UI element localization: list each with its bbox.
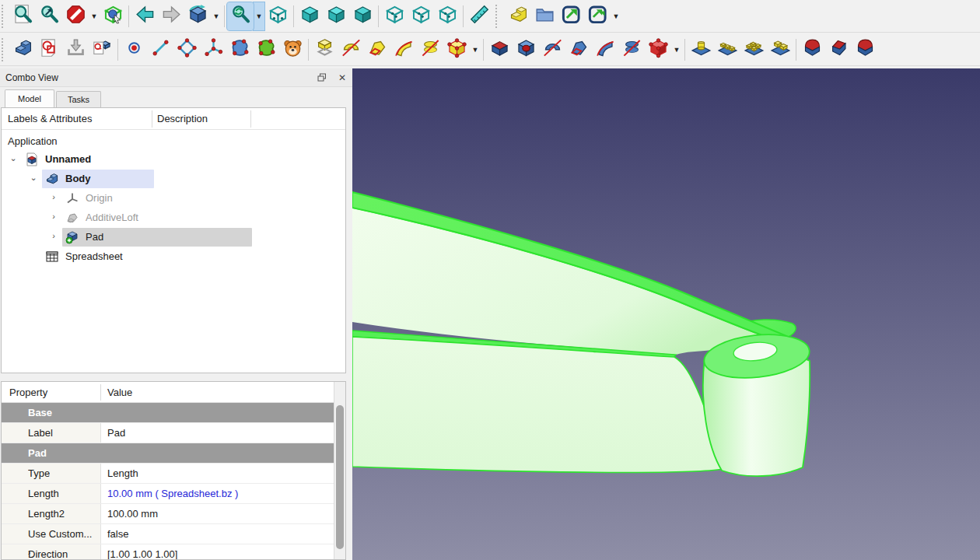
property-value[interactable]: 100.00 mm: [107, 508, 158, 520]
expander-closed-icon[interactable]: ›: [48, 192, 59, 201]
datum-plane-button[interactable]: [173, 36, 200, 64]
pad-button[interactable]: [311, 36, 338, 64]
expander-closed-icon[interactable]: ›: [48, 212, 59, 221]
draw-style-button[interactable]: [62, 2, 89, 30]
box-selection-button[interactable]: [100, 2, 126, 30]
3d-viewport[interactable]: [352, 68, 980, 560]
navigate-forward-button[interactable]: [158, 2, 184, 30]
draw-style-dropdown[interactable]: ▼: [89, 2, 100, 30]
tree-item-unnamed[interactable]: ⌄Unnamed: [2, 150, 345, 170]
close-panel-icon[interactable]: ✕: [332, 70, 352, 86]
property-row-use-custom-[interactable]: Use Custom... false: [2, 524, 335, 544]
local-cs-button[interactable]: [200, 36, 226, 64]
sub-shape-binder-button[interactable]: [253, 36, 279, 64]
property-value[interactable]: 10.00 mm ( Spreadsheet.bz ): [107, 488, 238, 499]
hole-button[interactable]: [513, 36, 539, 64]
datum-point-button[interactable]: [121, 36, 147, 64]
tree-header-row[interactable]: Labels & Attributes Description: [2, 108, 345, 130]
tab-tasks[interactable]: Tasks: [56, 91, 101, 107]
subtractive-helix-button[interactable]: [618, 36, 645, 64]
view-left-button[interactable]: [434, 2, 460, 30]
value-column-header[interactable]: Value: [107, 387, 132, 398]
property-row-length[interactable]: Length 10.00 mm ( Spreadsheet.bz ): [2, 484, 335, 504]
datum-line-button[interactable]: [147, 36, 173, 64]
create-group-button[interactable]: [531, 2, 558, 30]
property-editor[interactable]: Property Value BaseLabel PadPadType Leng…: [1, 381, 346, 560]
toolbar-drag-handle[interactable]: [2, 38, 7, 61]
tree-item-additiveloft[interactable]: ›AdditiveLoft: [2, 208, 345, 228]
make-link-button[interactable]: [558, 2, 584, 30]
property-scrollbar[interactable]: [334, 382, 345, 559]
property-value[interactable]: [1.00 1.00 1.00]: [107, 548, 177, 560]
model-front-wall[interactable]: [352, 337, 723, 472]
property-value[interactable]: Pad: [107, 427, 125, 439]
property-column-header[interactable]: Property: [9, 387, 47, 398]
tree-header-labels[interactable]: Labels & Attributes: [8, 113, 92, 124]
zoom-button[interactable]: [36, 2, 62, 30]
expander-open-icon[interactable]: ⌄: [28, 173, 39, 183]
additive-pipe-button[interactable]: [390, 36, 417, 64]
scrollbar-thumb[interactable]: [336, 405, 344, 549]
multitransform-button[interactable]: [767, 36, 793, 64]
subtractive-primitive-button[interactable]: [645, 36, 671, 64]
tree-item-pad[interactable]: ›Pad: [2, 228, 345, 247]
create-sketch-button[interactable]: [36, 36, 62, 64]
additive-primitive-dropdown[interactable]: ▼: [470, 36, 481, 64]
sync-view-button[interactable]: [227, 2, 254, 30]
pocket-button[interactable]: [486, 36, 513, 64]
expander-open-icon[interactable]: ⌄: [8, 153, 19, 163]
view-bottom-button[interactable]: [408, 2, 434, 30]
groove-button[interactable]: [539, 36, 565, 64]
property-grid-header[interactable]: Property Value: [2, 382, 335, 403]
make-sub-link-dropdown[interactable]: ▼: [611, 2, 621, 30]
property-group-pad[interactable]: Pad: [2, 443, 335, 464]
additive-loft-button[interactable]: [364, 36, 390, 64]
view-front-button[interactable]: [296, 2, 323, 30]
map-sketch-button[interactable]: [62, 36, 89, 64]
property-row-length2[interactable]: Length2 100.00 mm: [2, 504, 335, 524]
fit-all-button[interactable]: [9, 2, 36, 30]
expander-closed-icon[interactable]: ›: [48, 231, 59, 240]
toolbar-drag-handle[interactable]: [2, 5, 7, 28]
axonometric-button[interactable]: [264, 2, 291, 30]
sync-view-dropdown[interactable]: ▼: [254, 2, 264, 30]
property-group-base[interactable]: Base: [2, 403, 335, 423]
create-part-button[interactable]: [505, 2, 531, 30]
combo-view-titlebar[interactable]: Combo View ✕: [0, 68, 352, 87]
view-rear-button[interactable]: [381, 2, 408, 30]
float-panel-icon[interactable]: [312, 70, 332, 86]
tree-item-body[interactable]: ⌄Body: [2, 170, 345, 189]
create-body-button[interactable]: [9, 36, 36, 64]
shape-binder-button[interactable]: [226, 36, 253, 64]
navigate-back-button[interactable]: [131, 2, 158, 30]
view-turn-dropdown[interactable]: ▼: [211, 2, 222, 30]
linear-pattern-button[interactable]: [714, 36, 740, 64]
clone-button[interactable]: [279, 36, 306, 64]
property-value[interactable]: false: [107, 528, 128, 540]
model-tree[interactable]: Labels & Attributes Description Applicat…: [1, 107, 346, 373]
polar-pattern-button[interactable]: [740, 36, 767, 64]
subtractive-pipe-button[interactable]: [592, 36, 618, 64]
property-value[interactable]: Length: [107, 467, 138, 479]
fillet-button[interactable]: [799, 36, 825, 64]
measure-button[interactable]: [466, 2, 492, 30]
view-right-button[interactable]: [349, 2, 376, 30]
tree-item-spreadsheet[interactable]: Spreadsheet: [2, 247, 345, 267]
property-row-direction[interactable]: ›Direction [1.00 1.00 1.00]: [2, 544, 335, 560]
additive-helix-button[interactable]: [417, 36, 443, 64]
view-turn-button[interactable]: [184, 2, 211, 30]
edit-sketch-button[interactable]: [89, 36, 115, 64]
revolution-button[interactable]: [338, 36, 364, 64]
tree-header-description[interactable]: Description: [157, 113, 208, 124]
mirrored-button[interactable]: [688, 36, 714, 64]
tab-model[interactable]: Model: [5, 89, 54, 107]
toolbar-drag-handle[interactable]: [495, 5, 502, 28]
additive-primitive-button[interactable]: [443, 36, 470, 64]
tree-item-origin[interactable]: ›Origin: [2, 189, 345, 208]
view-top-button[interactable]: [323, 2, 349, 30]
make-sub-link-button[interactable]: [584, 2, 611, 30]
subtractive-loft-button[interactable]: [565, 36, 592, 64]
chamfer-button[interactable]: [825, 36, 852, 64]
subtractive-primitive-dropdown[interactable]: ▼: [671, 36, 682, 64]
property-row-label[interactable]: Label Pad: [2, 423, 335, 443]
